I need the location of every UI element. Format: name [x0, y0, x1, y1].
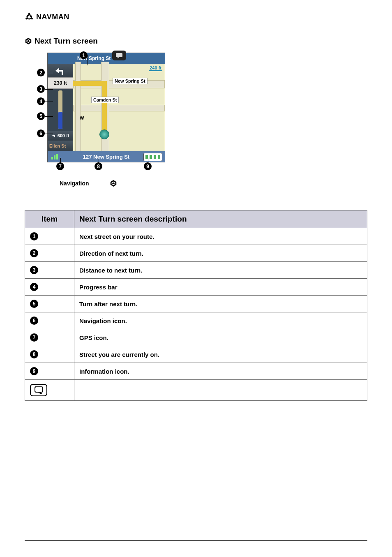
hexagon-icon [110, 180, 117, 187]
hexagon-icon [25, 37, 32, 45]
item-number-icon: 1 [30, 232, 38, 240]
navigation-label: Navigation [60, 180, 89, 187]
item-number-icon: 8 [30, 350, 38, 358]
turn-arrow-icon [48, 64, 73, 77]
speech-bubble-icon [30, 384, 47, 396]
map-frame: New Spring St 230 ft 600 ft Ellen St [47, 53, 165, 162]
item-description [74, 380, 367, 401]
information-icon [143, 153, 162, 161]
item-number-icon: 9 [30, 367, 38, 375]
item-description: Next street on your route. [74, 228, 367, 245]
current-street-label: 127 New Spring St [83, 154, 129, 160]
item-description: Information icon. [74, 363, 367, 380]
speech-button-icon [112, 51, 126, 60]
turn-after-next: 600 ft [48, 131, 73, 141]
svg-rect-11 [54, 155, 55, 159]
table-header-desc: Next Turn screen description [74, 210, 367, 228]
item-number-icon: 7 [30, 333, 38, 342]
ellen-st-label: Ellen St [49, 143, 66, 148]
item-description: Turn after next turn. [74, 296, 367, 312]
table-row: 4 Progress bar [25, 279, 367, 296]
vehicle-position-icon [99, 129, 109, 139]
distance-next-turn: 230 ft [48, 77, 73, 89]
item-description: Direction of next turn. [74, 245, 367, 262]
callout-7: 7 [56, 162, 64, 170]
item-description: Street you are currently on. [74, 346, 367, 363]
svg-point-1 [28, 13, 30, 14]
navigation-icon-area: Ellen St [48, 141, 73, 151]
item-description: Progress bar [74, 279, 367, 296]
navman-logo-icon [25, 12, 34, 21]
w-marker: W [80, 116, 84, 120]
description-table: Item Next Turn screen description 1 Next… [25, 210, 367, 401]
map-scale: 240 ft [149, 65, 162, 71]
item-number-icon: 4 [30, 283, 38, 291]
section-title: Next Turn screen [35, 37, 98, 46]
callout-5: 5 [37, 112, 45, 120]
table-row: 3 Distance to next turn. [25, 262, 367, 279]
table-row: 2 Direction of next turn. [25, 245, 367, 262]
callout-1: 1 [80, 51, 88, 59]
gps-icon [50, 153, 59, 160]
brand-name: NAVMAN [36, 13, 69, 21]
map-canvas: 240 ft New Spring St Camden St W [73, 64, 165, 151]
item-description: Distance to next turn. [74, 262, 367, 279]
table-row: 5 Turn after next turn. [25, 296, 367, 312]
callout-2: 2 [37, 69, 45, 76]
brand-header: NAVMAN [25, 12, 367, 24]
table-row: 8 Street you are currently on. [25, 346, 367, 363]
street-label-spring: New Spring St [113, 78, 148, 84]
svg-rect-12 [56, 154, 58, 159]
progress-bar [48, 89, 73, 131]
distance-after-next: 600 ft [58, 133, 69, 138]
item-number-icon: 5 [30, 300, 38, 308]
diagram-caption: Navigation [25, 180, 367, 187]
table-row: 9 Information icon. [25, 363, 367, 380]
callout-6: 6 [37, 129, 45, 137]
callout-4: 4 [37, 97, 45, 105]
left-panel: 230 ft 600 ft Ellen St [48, 64, 73, 151]
footer-divider [25, 540, 367, 541]
svg-rect-10 [51, 157, 53, 159]
map-bottom-bar: 127 New Spring St [48, 151, 165, 162]
section-heading: Next Turn screen [25, 37, 367, 46]
diagram: New Spring St 230 ft 600 ft Ellen St [25, 51, 168, 174]
street-label-camden: Camden St [91, 97, 119, 103]
table-row: 6 Navigation icon. [25, 312, 367, 329]
callout-8: 8 [95, 162, 102, 170]
table-header-item: Item [25, 210, 74, 228]
item-number-icon: 3 [30, 266, 38, 274]
item-number-icon: 2 [30, 249, 38, 257]
table-row: 1 Next street on your route. [25, 228, 367, 245]
callout-3: 3 [37, 85, 45, 93]
callout-9: 9 [144, 162, 152, 170]
table-row [25, 380, 367, 401]
item-number-icon: 6 [30, 317, 38, 325]
table-row: 7 GPS icon. [25, 329, 367, 346]
item-description: GPS icon. [74, 329, 367, 346]
item-description: Navigation icon. [74, 312, 367, 329]
